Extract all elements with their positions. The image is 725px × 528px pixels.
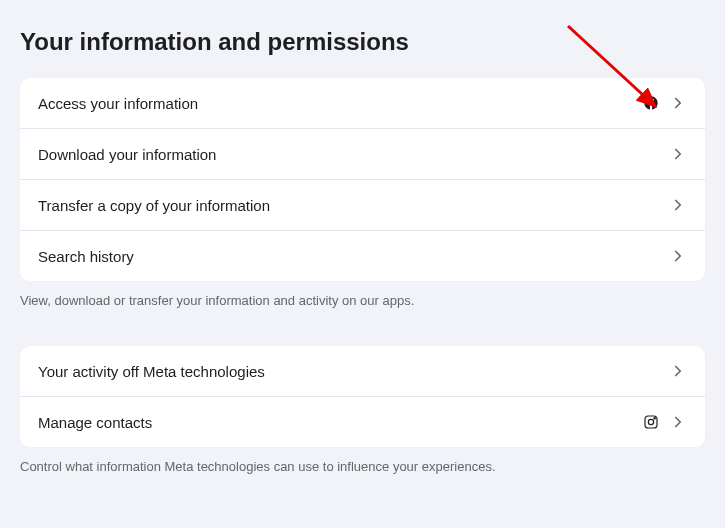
row-label: Transfer a copy of your information: [38, 197, 270, 214]
svg-point-2: [654, 418, 655, 419]
row-label: Manage contacts: [38, 414, 152, 431]
row-right: [643, 413, 687, 431]
chevron-right-icon: [669, 145, 687, 163]
chevron-right-icon: [669, 196, 687, 214]
row-transfer-a-copy[interactable]: Transfer a copy of your information: [20, 180, 705, 231]
facebook-icon: [643, 95, 659, 111]
row-label: Download your information: [38, 146, 216, 163]
row-label: Access your information: [38, 95, 198, 112]
chevron-right-icon: [669, 413, 687, 431]
group2-helper-text: Control what information Meta technologi…: [20, 459, 705, 474]
row-right: [643, 94, 687, 112]
row-search-history[interactable]: Search history: [20, 231, 705, 281]
chevron-right-icon: [669, 94, 687, 112]
page-title: Your information and permissions: [20, 28, 705, 56]
group1-helper-text: View, download or transfer your informat…: [20, 293, 705, 308]
svg-point-1: [648, 419, 653, 424]
row-access-your-information[interactable]: Access your information: [20, 78, 705, 129]
row-download-your-information[interactable]: Download your information: [20, 129, 705, 180]
row-activity-off-meta[interactable]: Your activity off Meta technologies: [20, 346, 705, 397]
row-manage-contacts[interactable]: Manage contacts: [20, 397, 705, 447]
row-right: [669, 196, 687, 214]
row-right: [669, 362, 687, 380]
chevron-right-icon: [669, 362, 687, 380]
settings-group-1: Access your information Download your in…: [20, 78, 705, 281]
row-right: [669, 145, 687, 163]
chevron-right-icon: [669, 247, 687, 265]
settings-group-2: Your activity off Meta technologies Mana…: [20, 346, 705, 447]
instagram-icon: [643, 414, 659, 430]
row-right: [669, 247, 687, 265]
row-label: Your activity off Meta technologies: [38, 363, 265, 380]
row-label: Search history: [38, 248, 134, 265]
